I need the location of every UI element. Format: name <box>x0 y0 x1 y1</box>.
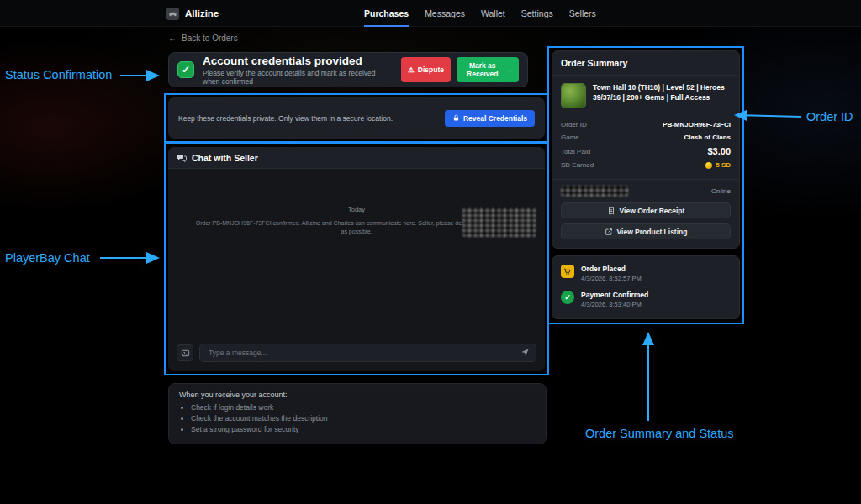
annotation-playerbay-chat: PlayerBay Chat <box>5 251 90 265</box>
nav-item-sellers[interactable]: Sellers <box>569 0 596 27</box>
order-id-row: Order ID PB-MNJOH96F-73FCI <box>561 121 731 129</box>
nav-item-messages[interactable]: Messages <box>425 0 465 27</box>
annotation-order-id: Order ID <box>806 110 853 123</box>
order-summary-title: Order Summary <box>552 51 739 76</box>
screenshot-root: Allizine Purchases Messages Wallet Setti… <box>0 0 861 504</box>
timeline-item-payment-confirmed: ✓ Payment Confirmed 4/3/2026, 8:53:40 PM <box>561 291 731 308</box>
timeline-label: Payment Confirmed <box>581 291 648 299</box>
product-title: Town Hall 10 (TH10) | Level 52 | Heroes … <box>593 83 731 108</box>
cart-icon <box>561 265 574 278</box>
nav-item-purchases[interactable]: Purchases <box>364 0 409 27</box>
censored-chat-message <box>462 207 536 237</box>
view-product-listing-button[interactable]: View Product Listing <box>561 223 731 239</box>
total-paid-value: $3.00 <box>707 146 731 156</box>
external-link-icon <box>605 228 613 236</box>
product-row: Town Hall 10 (TH10) | Level 52 | Heroes … <box>552 76 739 114</box>
order-id-label: Order ID <box>561 121 587 129</box>
status-text: Account credentials provided Please veri… <box>203 55 393 86</box>
tips-item: Check if login details work <box>191 403 536 412</box>
chat-card: Chat with Seller Today Order PB-MNJOH96F… <box>168 147 545 371</box>
view-order-receipt-button[interactable]: View Order Receipt <box>561 202 731 218</box>
order-summary-annotation-box: Order Summary Town Hall 10 (TH10) | Leve… <box>547 46 744 324</box>
tips-title: When you receive your account: <box>179 391 536 399</box>
view-order-receipt-label: View Order Receipt <box>620 207 685 215</box>
reveal-credentials-button[interactable]: Reveal Credentials <box>445 110 535 127</box>
credentials-annotation-box: Keep these credentials private. Only vie… <box>164 93 549 143</box>
timeline-item-text: Payment Confirmed 4/3/2026, 8:53:40 PM <box>581 291 648 308</box>
chat-header: Chat with Seller <box>168 147 545 169</box>
coin-icon <box>705 162 712 169</box>
product-thumbnail <box>561 83 586 108</box>
timeline-time: 4/3/2026, 8:52:57 PM <box>581 275 642 282</box>
sd-earned-row: SD Earned 5 SD <box>561 161 731 169</box>
status-confirmation-card: ✓ Account credentials provided Please ve… <box>168 52 528 87</box>
order-summary-card: Order Summary Town Hall 10 (TH10) | Leve… <box>552 50 740 249</box>
mark-received-button[interactable]: Mark as Received → <box>457 57 519 82</box>
timeline-time: 4/3/2026, 8:53:40 PM <box>581 301 648 308</box>
lock-icon <box>452 114 460 122</box>
main-nav: Purchases Messages Wallet Settings Selle… <box>364 0 596 27</box>
attach-image-button[interactable] <box>177 344 193 361</box>
top-nav-bar: Allizine Purchases Messages Wallet Setti… <box>0 0 861 27</box>
game-value: Clash of Clans <box>684 134 731 141</box>
message-input[interactable] <box>199 344 536 362</box>
check-icon: ✓ <box>177 61 194 78</box>
sd-earned-value: 5 SD <box>705 161 731 169</box>
tips-list: Check if login details work Check the ac… <box>191 403 536 433</box>
chat-bubbles-icon <box>177 153 187 163</box>
sd-earned-label: SD Earned <box>561 161 594 169</box>
timeline-item-text: Order Placed 4/3/2026, 8:52:57 PM <box>581 265 642 282</box>
arrow-right-icon: → <box>505 66 513 74</box>
status-title: Account credentials provided <box>203 55 393 67</box>
chat-annotation-box: Chat with Seller Today Order PB-MNJOH96F… <box>164 143 549 375</box>
brand-logo-icon <box>166 8 179 20</box>
credentials-card: Keep these credentials private. Only vie… <box>168 97 545 139</box>
chat-message-area: Today Order PB-MNJOH96F-73FCI confirmed.… <box>168 169 545 337</box>
censored-seller-name <box>561 186 628 197</box>
sd-earned-amount: 5 SD <box>716 161 731 169</box>
mark-received-label: Mark as Received <box>463 61 502 78</box>
annotation-status-confirmation: Status Confirmation <box>5 68 112 81</box>
game-label: Game <box>561 134 579 141</box>
total-paid-label: Total Paid <box>561 148 590 155</box>
game-row: Game Clash of Clans <box>561 134 731 141</box>
receipt-icon <box>607 207 615 215</box>
account-receive-tips: When you receive your account: Check if … <box>168 383 547 444</box>
timeline-label: Order Placed <box>581 265 642 273</box>
dispute-label: Dispute <box>418 66 444 74</box>
annotation-order-summary: Order Summary and Status <box>585 427 734 440</box>
seller-online-status: Online <box>711 187 731 195</box>
chat-title: Chat with Seller <box>192 153 258 163</box>
reveal-credentials-label: Reveal Credentials <box>463 114 527 123</box>
back-arrow-icon: ← <box>168 34 177 43</box>
total-paid-row: Total Paid $3.00 <box>561 146 731 156</box>
payment-check-icon: ✓ <box>561 291 574 304</box>
dispute-button[interactable]: ⚠ Dispute <box>401 57 451 82</box>
status-actions: ⚠ Dispute Mark as Received → <box>401 57 519 82</box>
back-to-orders-link[interactable]: ← Back to Orders <box>168 34 238 43</box>
brand: Allizine <box>166 0 219 27</box>
send-message-icon[interactable] <box>520 348 530 357</box>
tips-item: Check the account matches the descriptio… <box>191 414 536 423</box>
back-link-label: Back to Orders <box>182 34 238 43</box>
credentials-notice: Keep these credentials private. Only vie… <box>178 114 414 123</box>
chat-input-row <box>168 337 545 371</box>
order-info-rows: Order ID PB-MNJOH96F-73FCI Game Clash of… <box>552 114 739 180</box>
message-input-wrap <box>199 344 536 362</box>
timeline-item-order-placed: Order Placed 4/3/2026, 8:52:57 PM <box>561 265 731 282</box>
status-subtitle: Please verify the account details and ma… <box>203 69 393 86</box>
order-timeline-card: Order Placed 4/3/2026, 8:52:57 PM ✓ Paym… <box>552 255 740 319</box>
view-product-listing-label: View Product Listing <box>617 228 688 236</box>
warning-icon: ⚠ <box>408 66 415 74</box>
tips-item: Set a strong password for security <box>191 425 536 433</box>
seller-row: Online <box>552 180 739 202</box>
nav-item-settings[interactable]: Settings <box>521 0 553 27</box>
brand-name: Allizine <box>185 8 219 18</box>
order-id-value: PB-MNJOH96F-73FCI <box>663 121 731 129</box>
nav-item-wallet[interactable]: Wallet <box>481 0 505 27</box>
